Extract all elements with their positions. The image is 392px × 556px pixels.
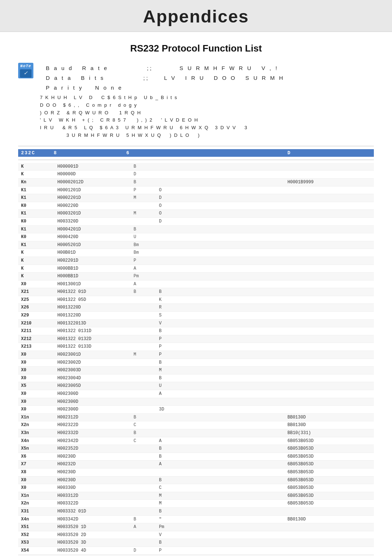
cell-result: 6B053B053D [287,461,371,468]
col-header-3: 6 [126,150,148,156]
cell-result: BB0130D [287,414,371,421]
note-line-1: B a u d R a t e ;; S U R M H F W R U V ,… [40,64,285,73]
cell-desc: V [159,532,284,539]
table-row: X2n H003322D M 6B053B053D [18,500,374,508]
table-row: X5n H002352D B 6B053B053D [18,445,374,453]
cell-hex: H0033520 2D [57,532,130,539]
cell-cmd: X0 [21,485,54,491]
cell-cmd2: P [134,257,155,264]
cell-cmd: X29 [21,312,54,319]
table-row: X2n H002322D C BB0130D [18,421,374,429]
cell-result: 6B053B053D [287,453,371,460]
cell-cmd2: A [134,265,155,272]
cell-desc: B [159,375,284,382]
table-row: X0 H00230D B 6B053B053D [18,477,374,485]
note-icon: NoTe ✓ [18,63,33,78]
cell-desc: B [159,328,284,335]
table-header-row: 232C 8 6 D [18,149,374,157]
table-row: X212 H001322 0132D P [18,335,374,343]
table-row: K1 H0005201D Bm [18,241,374,249]
table-row: Kn H00002012D B H0001B9999 [18,179,374,187]
table-row: X0 H0023001D M P [18,351,374,359]
note-line-2: D a t a B i t s ;; L V I R U D O O S U R… [40,74,285,82]
cell-hex: H003342D [57,516,130,523]
cell-cmd: X3n [21,430,54,437]
note-block: NoTe ✓ B a u d R a t e ;; S U R M H F W … [18,63,374,139]
cell-hex: H00330D [57,485,130,491]
col-header-2: 8 [54,150,126,156]
cell-hex: H00230D [57,469,130,476]
cell-cmd: X5 [21,383,54,389]
cell-cmd2: B [134,289,155,295]
table-row: X0 H002300D [18,398,374,406]
cell-hex: H000BB1D [57,265,130,272]
cell-desc: P [159,547,284,554]
table-row: K0 H000420D U [18,233,374,241]
table-row: X54 H0033520 4D D P [18,547,374,555]
table-row: X7 H00232D A 6B053B053D [18,461,374,469]
cell-desc: D [159,218,284,225]
cell-cmd2: B [134,179,155,186]
cell-hex: H002300D [57,391,130,397]
cell-cmd2: D [134,171,155,178]
cell-cmd: X0 [21,406,54,413]
cell-desc: U [159,383,284,389]
cell-hex: H000220D [57,203,130,209]
cell-cmd: X0 [21,359,54,366]
table-row: X4n H003342D B " BB0130D [18,516,374,524]
cell-cmd: X4n [21,516,54,523]
cell-hex: H0013001D [57,281,130,288]
note-content: B a u d R a t e ;; S U R M H F W R U V ,… [40,63,285,139]
cell-cmd: K1 [21,195,54,201]
cell-desc: P [159,343,284,350]
cell-hex: H000420D [57,234,130,241]
cell-result: BB10(331) [287,430,371,437]
page-title: Appendices [143,7,249,26]
cell-cmd: X210 [21,320,54,327]
cell-hex: H002300D [57,406,130,413]
cell-hex: H00000D [57,171,130,178]
col-header-1: 232C [21,150,54,156]
page-content: RS232 Protocol Function List NoTe ✓ B a … [0,32,392,556]
table-row: X0 H002300D A [18,390,374,398]
cell-cmd2: Bm [134,249,155,256]
cell-hex: H0013220D [57,304,130,311]
cell-cmd: X0 [21,351,54,358]
cell-cmd: K [21,163,54,170]
cell-hex: H002332D [57,430,130,437]
table-row: X31 H003332 01D B [18,508,374,516]
cell-desc: B [159,445,284,452]
cell-cmd2: B [134,516,155,523]
table-row: K H000BB1D Pm [18,273,374,281]
table-row: X1n H002312D B BB0130D [18,414,374,422]
cell-cmd2: Bm [134,242,155,249]
cell-cmd2: U [134,234,155,241]
cell-cmd2: Pm [134,273,155,280]
table-row: X3n H002332D B BB10(331) [18,429,374,437]
cell-desc: O [159,187,284,194]
cell-result: 6B053B053D [287,500,371,507]
cell-cmd: X0 [21,477,54,484]
cell-hex: H003332 01D [57,508,130,515]
cell-result: H0001B9999 [287,179,371,186]
cell-hex: H002201D [57,257,130,264]
table-row: X213 H001322 0133D P [18,343,374,351]
cell-cmd2: B [134,226,155,233]
table-row: X29 H0013220D S [18,312,374,320]
table-row: X51 H0033520 1D A Pm [18,523,374,531]
cell-cmd: K1 [21,210,54,217]
cell-cmd: K [21,249,54,256]
cell-desc: M [159,367,284,374]
cell-cmd: X0 [21,391,54,397]
divider-1 [18,146,374,146]
table-row: X8 H00230D 6B053B053D [18,469,374,477]
cell-hex: H00002012D [57,179,130,186]
cell-hex: H0023002D [57,359,130,366]
cell-hex: H003320D [57,218,130,225]
cell-result: 6B053B053D [287,485,371,491]
cell-cmd: K1 [21,226,54,233]
cell-hex: H002300D [57,398,130,405]
cell-hex: H0023005D [57,383,130,389]
col-header-5: D [287,150,371,156]
cell-desc: O [159,210,284,217]
